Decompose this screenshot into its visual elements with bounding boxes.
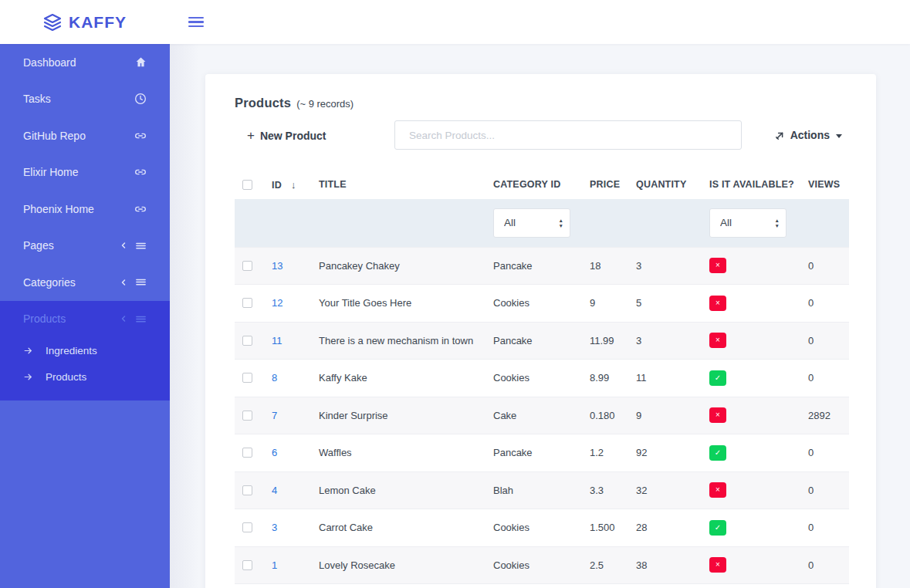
actions-dropdown-button[interactable]: Actions [774, 129, 842, 141]
sidebar: DashboardTasksGitHub RepoElixir HomePhoe… [0, 44, 170, 588]
row-category-cell: Blah [493, 471, 590, 509]
column-header-available[interactable]: IS IT AVAILABLE? [709, 170, 808, 199]
row-quantity-cell: 9 [636, 397, 709, 434]
top-bar: KAFFY [0, 0, 910, 44]
available-check-badge: ✓ [709, 520, 726, 536]
search-input[interactable] [394, 120, 742, 150]
row-id-link[interactable]: 7 [272, 410, 277, 421]
row-checkbox[interactable] [242, 336, 252, 346]
sidebar-item-label: Phoenix Home [23, 203, 94, 215]
row-id-cell: 8 [262, 360, 319, 397]
available-filter-select[interactable]: All [709, 208, 787, 238]
sidebar-item-label: Pages [23, 239, 54, 252]
row-quantity-cell: 28 [636, 509, 709, 547]
row-available-cell: ✓ [709, 360, 808, 397]
row-category-cell: Cake [493, 397, 590, 434]
unavailable-x-badge: × [709, 482, 726, 498]
row-id-link[interactable]: 11 [272, 335, 282, 346]
row-select-cell [235, 247, 262, 285]
row-checkbox[interactable] [242, 298, 252, 308]
row-quantity-cell: 11 [636, 360, 709, 397]
sidebar-item-dashboard[interactable]: Dashboard [0, 44, 170, 81]
unavailable-x-badge: × [709, 296, 726, 311]
row-available-cell: × [709, 322, 808, 360]
row-id-link[interactable]: 8 [272, 372, 277, 384]
arrow-right-icon [23, 372, 33, 382]
row-checkbox[interactable] [242, 522, 252, 532]
sidebar-item-elixir-home[interactable]: Elixir Home [0, 154, 170, 191]
sidebar-item-categories[interactable]: Categories [0, 264, 170, 301]
arrow-right-icon [23, 346, 33, 356]
row-available-cell: × [709, 397, 808, 434]
row-views-cell: 0 [808, 360, 849, 397]
column-label: VIEWS [808, 179, 840, 190]
column-header-category[interactable]: CATEGORY ID [493, 170, 590, 199]
row-checkbox[interactable] [242, 373, 252, 383]
sidebar-item-phoenix-home[interactable]: Phoenix Home [0, 191, 170, 228]
sidebar-item-github-repo[interactable]: GitHub Repo [0, 117, 170, 154]
row-id-cell: 1 [262, 546, 319, 584]
chevron-left-icon [119, 278, 128, 287]
row-price-cell: 11.99 [590, 322, 636, 360]
row-title-cell: Lemon Cake [319, 471, 493, 509]
column-header-price[interactable]: PRICE [590, 170, 636, 199]
row-id-link[interactable]: 3 [272, 522, 277, 533]
row-category-cell: Pancake [493, 434, 590, 472]
filter-empty-cell [636, 199, 709, 247]
row-id-cell: 6 [262, 434, 319, 472]
row-id-link[interactable]: 13 [272, 260, 282, 272]
column-header-title[interactable]: TITLE [319, 170, 493, 199]
row-price-cell: 2.5 [590, 546, 636, 584]
new-product-button[interactable]: + New Product [247, 129, 326, 142]
row-title-cell: There is a new mechanism in town [319, 322, 493, 360]
row-available-cell: ✓ [709, 434, 808, 472]
row-checkbox[interactable] [242, 485, 252, 495]
sort-desc-icon[interactable]: ↓ [291, 179, 296, 191]
sidebar-group-products: ProductsIngredientsProducts [0, 301, 170, 401]
row-title-cell: Kaffy Kake [319, 360, 493, 397]
link-icon [134, 130, 147, 142]
row-category-cell: Pancake [493, 247, 590, 285]
toolbar: + New Product Actions [235, 120, 847, 150]
check-icon: ✓ [715, 449, 721, 457]
row-quantity-cell: 5 [636, 285, 709, 323]
brand-name: KAFFY [69, 13, 127, 32]
page-title: Products [235, 96, 291, 110]
table-row: 4Lemon CakeBlah3.332×0 [235, 471, 849, 509]
row-checkbox[interactable] [242, 448, 252, 458]
row-checkbox[interactable] [242, 560, 252, 570]
link-icon [134, 203, 147, 215]
select-all-checkbox[interactable] [242, 180, 252, 190]
category-filter-select[interactable]: All [493, 208, 570, 238]
sidebar-subitem-products[interactable]: Products [0, 363, 170, 390]
row-id-link[interactable]: 6 [272, 447, 277, 458]
brand-logo[interactable]: KAFFY [0, 13, 170, 32]
sidebar-item-products[interactable]: Products [0, 301, 170, 338]
hamburger-icon[interactable] [188, 15, 204, 30]
column-header-views[interactable]: VIEWS [808, 170, 849, 199]
link-icon [134, 166, 147, 178]
row-id-link[interactable]: 4 [272, 485, 277, 496]
row-id-link[interactable]: 12 [272, 297, 282, 309]
row-available-cell: ✓ [709, 509, 808, 547]
table-row: 13Pancakey ChakeyPancake183×0 [235, 247, 849, 285]
row-price-cell: 1.500 [590, 509, 636, 547]
sidebar-item-pages[interactable]: Pages [0, 228, 170, 265]
table-header-row: ID↓TITLECATEGORY IDPRICEQUANTITYIS IT AV… [235, 170, 849, 199]
arrow-up-right-icon [774, 130, 786, 141]
sidebar-subitem-ingredients[interactable]: Ingredients [0, 337, 170, 363]
row-views-cell: 0 [808, 471, 849, 509]
sidebar-item-tasks[interactable]: Tasks [0, 81, 170, 118]
row-id-link[interactable]: 1 [272, 559, 277, 571]
table-row: 12Your Title Goes HereCookies95×0 [235, 285, 849, 323]
products-table: ID↓TITLECATEGORY IDPRICEQUANTITYIS IT AV… [235, 170, 849, 584]
column-header-quantity[interactable]: QUANTITY [636, 170, 709, 199]
unavailable-x-badge: × [709, 333, 726, 348]
row-category-cell: Pancake [493, 322, 590, 360]
row-checkbox[interactable] [242, 411, 252, 421]
row-price-cell: 1.2 [590, 434, 636, 472]
column-label: PRICE [590, 179, 620, 190]
row-checkbox[interactable] [242, 261, 252, 271]
column-header-id[interactable]: ID↓ [262, 170, 319, 199]
filter-empty-cell [319, 199, 493, 247]
